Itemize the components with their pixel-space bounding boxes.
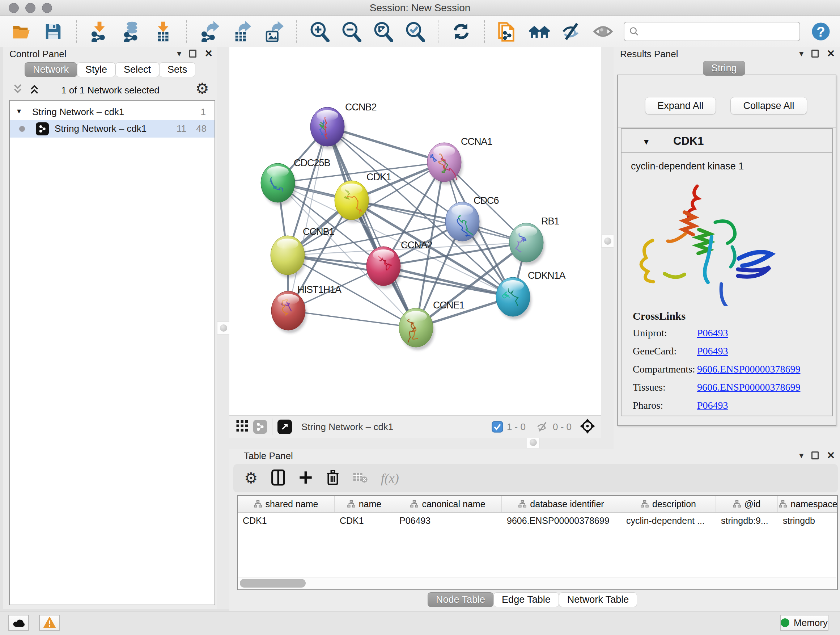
table-options-gear-icon[interactable]: ⚙	[244, 470, 258, 486]
pan-crosshair-icon[interactable]	[579, 418, 595, 435]
delete-column-icon[interactable]	[326, 470, 340, 487]
search-field[interactable]	[624, 22, 800, 41]
column-header-database-identifier[interactable]: database identifier	[502, 496, 621, 512]
panel-menu-icon[interactable]: ▾	[799, 450, 804, 461]
crosslink-pharos-link[interactable]: P06493	[697, 400, 728, 411]
protein-structure-image	[630, 176, 800, 306]
open-folder-icon	[11, 21, 32, 42]
tab-sets[interactable]: Sets	[159, 62, 195, 77]
column-header-namespace[interactable]: namespace	[778, 496, 838, 512]
column-header-canonical-name[interactable]: canonical name	[394, 496, 502, 512]
gene-expander-icon[interactable]: ▾	[644, 136, 649, 147]
search-input[interactable]	[643, 26, 795, 37]
export-network-button[interactable]	[198, 20, 221, 43]
network-node-cdc6[interactable]: CDC6	[445, 195, 499, 244]
string-view-badge[interactable]	[253, 420, 267, 434]
close-panel-icon[interactable]: ✕	[204, 49, 213, 59]
memory-button[interactable]: Memory	[780, 615, 829, 631]
network-row-selected[interactable]: String Network – cdk1 11 48	[10, 120, 215, 138]
expand-all-button[interactable]: Expand All	[645, 97, 716, 114]
import-table-file-button[interactable]	[152, 20, 174, 43]
tab-network-table[interactable]: Network Table	[559, 592, 638, 607]
selected-checkbox-icon[interactable]	[492, 421, 503, 432]
scrollbar-thumb[interactable]	[240, 579, 306, 587]
float-panel-icon[interactable]	[189, 50, 196, 57]
zoom-fit-button[interactable]	[372, 20, 394, 43]
crosslink-compartments-link[interactable]: 9606.ENSP00000378699	[697, 363, 800, 375]
crosslinks-section: CrossLinks Uniprot: P06493 GeneCard: P06…	[633, 310, 800, 418]
table-horizontal-scrollbar[interactable]	[238, 577, 836, 589]
network-view-title: String Network – cdk1	[302, 421, 393, 432]
network-edge-ccnb2-hist1h1a[interactable]	[288, 127, 327, 310]
hide-glass-pane-button[interactable]	[560, 20, 583, 43]
string-import-button[interactable]	[496, 20, 519, 43]
close-panel-icon[interactable]: ✕	[827, 450, 835, 461]
network-node-hist1h1a[interactable]: HIST1H1A	[271, 284, 341, 333]
create-column-icon[interactable]	[298, 470, 313, 486]
network-options-gear-icon[interactable]: ⚙	[195, 81, 209, 96]
column-header-description[interactable]: description	[621, 496, 716, 512]
collection-count: 1	[201, 106, 206, 118]
tab-network[interactable]: Network	[25, 62, 77, 77]
network-node-ccne1[interactable]: CCNE1	[399, 300, 464, 350]
help-button[interactable]: ?	[810, 20, 832, 43]
left-splitter-handle[interactable]	[217, 321, 230, 334]
table-row[interactable]: CDK1 CDK1 P06493 9606.ENSP00000378699 cy…	[238, 513, 837, 529]
zoom-selected-button[interactable]	[404, 20, 426, 43]
crosslink-uniprot-link[interactable]: P06493	[697, 327, 728, 339]
collapse-all-button[interactable]: Collapse All	[730, 97, 807, 114]
tab-select[interactable]: Select	[115, 62, 159, 77]
warnings-button[interactable]	[39, 615, 60, 631]
string-document-icon	[497, 21, 518, 42]
network-node-cdkn1a[interactable]: CDKN1A	[496, 270, 566, 319]
open-in-window-badge[interactable]	[278, 420, 292, 434]
panel-menu-icon[interactable]: ▾	[799, 49, 804, 59]
tab-node-table[interactable]: Node Table	[428, 592, 493, 607]
network-edge-ccnb2-ccne1[interactable]	[327, 127, 416, 328]
home-button[interactable]	[528, 20, 551, 43]
export-table-button[interactable]	[230, 20, 253, 43]
zoom-in-button[interactable]	[308, 20, 331, 43]
bottom-splitter-handle[interactable]	[527, 437, 540, 448]
close-panel-icon[interactable]: ✕	[827, 49, 835, 59]
import-network-file-button[interactable]	[88, 20, 111, 43]
float-panel-icon[interactable]	[812, 451, 819, 459]
network-node-cdc25b[interactable]: CDC25B	[261, 157, 330, 205]
toolbar-separator	[438, 20, 439, 43]
column-header-name[interactable]: name	[335, 496, 394, 512]
panel-menu-icon[interactable]: ▾	[177, 49, 181, 59]
right-splitter-handle[interactable]	[601, 234, 614, 248]
tab-string-results[interactable]: String	[703, 61, 745, 76]
gene-section-header[interactable]: ▾ CDK1	[622, 129, 832, 153]
network-node-cdk1[interactable]: CDK1	[335, 172, 391, 223]
zoom-out-button[interactable]	[340, 20, 363, 43]
column-header-id[interactable]: @id	[716, 496, 778, 512]
cloud-status-button[interactable]	[8, 615, 29, 631]
collection-expander-icon[interactable]: ▾	[17, 106, 21, 116]
network-canvas[interactable]: CCNB2CCNA1CDC25BCDK1CDC6RB1CCNB1CCNA2CDK…	[229, 47, 601, 415]
open-session-button[interactable]	[10, 20, 33, 43]
network-node-ccnb1[interactable]: CCNB1	[271, 226, 334, 278]
apply-layout-button[interactable]	[450, 20, 472, 43]
export-image-button[interactable]	[262, 20, 284, 43]
save-session-button[interactable]	[42, 20, 65, 43]
tab-edge-table[interactable]: Edge Table	[493, 592, 559, 607]
show-glass-pane-button[interactable]	[592, 20, 614, 43]
network-graph[interactable]: CCNB2CCNA1CDC25BCDK1CDC6RB1CCNB1CCNA2CDK…	[229, 47, 601, 415]
left-splitter[interactable]	[217, 47, 229, 609]
network-collection-row[interactable]: ▾ String Network – cdk1 1	[10, 103, 215, 119]
warning-icon	[43, 617, 56, 629]
float-panel-icon[interactable]	[812, 50, 819, 57]
network-node-rb1[interactable]: RB1	[509, 216, 559, 265]
tab-style[interactable]: Style	[77, 62, 115, 77]
selected-counter: 1 - 0	[507, 421, 526, 432]
column-header-shared-name[interactable]: shared name	[238, 496, 335, 512]
crosslink-genecard-link[interactable]: P06493	[697, 345, 728, 357]
network-edge-ccna2-cdkn1a[interactable]	[384, 266, 513, 297]
show-columns-icon[interactable]	[271, 469, 286, 487]
network-list: ▾ String Network – cdk1 1 String Network…	[9, 100, 215, 605]
birds-eye-view-icon[interactable]	[236, 420, 249, 434]
network-edge-hist1h1a-ccne1[interactable]	[288, 310, 416, 328]
crosslink-tissues-link[interactable]: 9606.ENSP00000378699	[697, 382, 800, 393]
import-network-database-button[interactable]	[120, 20, 142, 43]
